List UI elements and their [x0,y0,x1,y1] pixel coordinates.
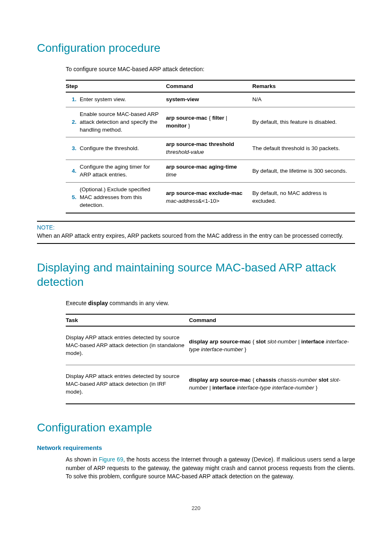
heading-display-maintain: Displaying and maintaining source MAC-ba… [37,260,355,289]
cmd-text: arp source-mac threshold [166,141,234,147]
step-remarks: By default, the lifetime is 300 seconds. [252,160,355,183]
step-command: arp source-mac { filter | monitor } [166,107,252,137]
table-row: Display ARP attack entries detected by s… [66,326,355,365]
cmd-text: arp source-mac exclude-mac [166,190,242,196]
table-row: 1. Enter system view. system-view N/A [66,92,355,107]
table-row: Display ARP attack entries detected by s… [66,365,355,403]
intro-text-2: Execute display commands in any view. [66,299,355,307]
table-header-row: Step Command Remarks [66,80,355,92]
task-command: display arp source-mac { chassis chassis… [189,365,355,403]
step-number: 1. [66,92,80,107]
cmd-text: } [314,385,317,391]
cmd-text: } [243,346,246,352]
th-step: Step [66,80,166,92]
cmd-text: filter [212,115,224,121]
task-desc: Display ARP attack entries detected by s… [66,365,189,403]
cmd-text: slot [318,377,328,383]
step-number: 3. [66,137,80,160]
cmd-text: system-view [166,96,199,102]
cmd-text: | [297,338,301,345]
text: Execute [66,300,88,306]
cmd-text: interface [301,338,324,345]
cmd-text: | [224,115,227,121]
cmd-text: threshold-value [166,149,204,155]
note-text: When an ARP attack entry expires, ARP pa… [37,232,355,240]
note-box: NOTE: When an ARP attack entry expires, … [37,221,355,244]
step-desc: Enter system view. [80,92,166,107]
step-command: arp source-mac exclude-mac mac-address&<… [166,183,252,213]
table-header-row: Task Command [66,314,355,326]
cmd-text: interface [212,385,235,391]
text: commands in any view. [108,300,169,306]
cmd-text: chassis [256,377,277,383]
step-remarks: By default, no MAC address is excluded. [252,183,355,213]
cmd-text: &<1-10> [198,198,219,204]
th-remarks: Remarks [252,80,355,92]
display-table: Task Command Display ARP attack entries … [66,314,355,404]
cmd-text: arp source-mac aging-time [166,164,237,170]
table-row: 4. Configure the aging timer for ARP att… [66,160,355,183]
note-label: NOTE: [37,224,355,231]
page-number: 220 [37,505,355,511]
step-command: arp source-mac aging-time time [166,160,252,183]
text-bold: display [88,300,108,306]
cmd-text: { [251,338,256,345]
task-command: display arp source-mac { slot slot-numbe… [189,326,355,365]
procedure-table: Step Command Remarks 1. Enter system vie… [66,80,355,213]
step-number: 5. [66,183,80,213]
step-command: arp source-mac threshold threshold-value [166,137,252,160]
step-number: 4. [66,160,80,183]
figure-link[interactable]: Figure 69 [99,456,123,463]
heading-config-procedure: Configuration procedure [37,41,355,55]
cmd-text: display arp source-mac [189,377,251,383]
page-content: Configuration procedure To configure sou… [0,0,392,528]
cmd-text: } [187,123,190,129]
th-task: Task [66,314,189,326]
cmd-text: display arp source-mac [189,338,251,345]
step-remarks: By default, this feature is disabled. [252,107,355,137]
text: As shown in [66,456,99,463]
table-2-wrap: Task Command Display ARP attack entries … [66,314,355,404]
cmd-text: interface-type interface-number [237,385,314,391]
cmd-text: mac-address [166,198,198,204]
cmd-text: | [208,385,212,391]
task-desc: Display ARP attack entries detected by s… [66,326,189,365]
th-command: Command [189,314,355,326]
step-desc: Configure the aging timer for ARP attack… [80,160,166,183]
cmd-text: { [208,115,212,121]
step-desc: Enable source MAC-based ARP attack detec… [80,107,166,137]
cmd-text: chassis-number [278,377,317,383]
table-1-wrap: Step Command Remarks 1. Enter system vie… [66,80,355,213]
cmd-text: slot-number [267,338,297,345]
table-row: 5. (Optional.) Exclude specified MAC add… [66,183,355,213]
table-row: 3. Configure the threshold. arp source-m… [66,137,355,160]
table-row: 2. Enable source MAC-based ARP attack de… [66,107,355,137]
heading-config-example: Configuration example [37,421,355,435]
cmd-text: arp source-mac [166,115,208,121]
step-desc: Configure the threshold. [80,137,166,160]
step-number: 2. [66,107,80,137]
step-desc: (Optional.) Exclude specified MAC addres… [80,183,166,213]
cmd-text: monitor [166,123,187,129]
cmd-text: time [166,171,177,178]
example-paragraph: As shown in Figure 69, the hosts access … [66,455,355,480]
th-command: Command [166,80,252,92]
intro-text-1: To configure source MAC-based ARP attack… [66,65,355,73]
subhead-network-req: Network requirements [37,444,355,451]
cmd-text: slot [256,338,266,345]
step-remarks: N/A [252,92,355,107]
step-remarks: The default threshold is 30 packets. [252,137,355,160]
cmd-text: { [251,377,256,383]
step-command: system-view [166,92,252,107]
